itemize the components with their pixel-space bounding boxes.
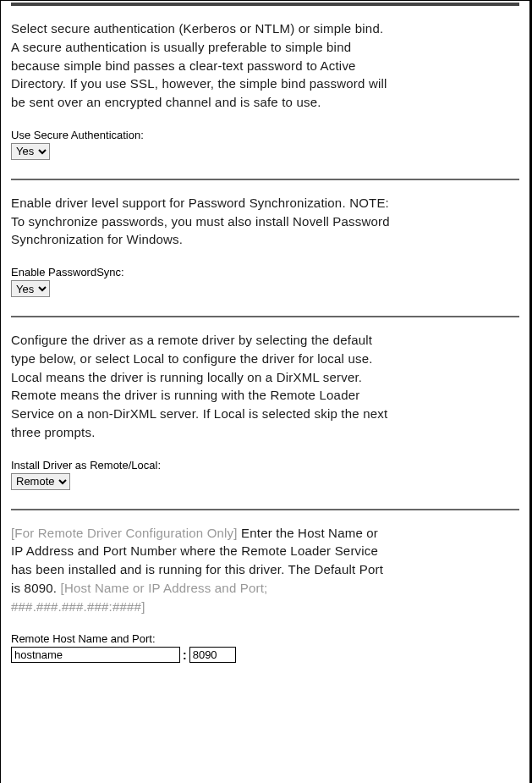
- secure-auth-select[interactable]: Yes: [12, 144, 49, 159]
- install-driver-description: Configure the driver as a remote driver …: [11, 331, 392, 442]
- host-port-separator: :: [180, 648, 189, 662]
- remote-host-note-suffix-label: [Host Name or IP Address and Port;: [61, 581, 268, 595]
- secure-auth-select-wrap: Yes: [11, 143, 50, 160]
- password-sync-description: Enable driver level support for Password…: [11, 194, 392, 249]
- section-secure-auth: Select secure authentication (Kerberos o…: [11, 6, 519, 160]
- remote-host-name-input[interactable]: [11, 647, 180, 663]
- password-sync-select[interactable]: Yes: [12, 281, 49, 296]
- section-password-sync: Enable driver level support for Password…: [11, 180, 519, 297]
- remote-host-label: Remote Host Name and Port:: [11, 632, 519, 645]
- remote-host-input-group: :: [11, 647, 519, 663]
- password-sync-label: Enable PasswordSync:: [11, 266, 519, 278]
- form-container: Select secure authentication (Kerberos o…: [0, 0, 532, 783]
- password-sync-select-wrap: Yes: [11, 280, 50, 297]
- install-driver-select[interactable]: Remote: [12, 474, 69, 489]
- install-driver-select-wrap: Remote: [11, 473, 70, 490]
- secure-auth-description: Select secure authentication (Kerberos o…: [11, 19, 392, 112]
- remote-host-note-suffix-close: ]: [141, 599, 145, 614]
- remote-host-description: [For Remote Driver Configuration Only] E…: [11, 524, 392, 616]
- section-remote-host: [For Remote Driver Configuration Only] E…: [11, 510, 519, 664]
- install-driver-label: Install Driver as Remote/Local:: [11, 459, 519, 471]
- remote-port-input[interactable]: [189, 647, 236, 663]
- remote-host-note-pattern: ###.###.###.###:####: [11, 599, 141, 614]
- remote-host-note-prefix: [For Remote Driver Configuration Only]: [11, 526, 241, 540]
- secure-auth-label: Use Secure Authentication:: [11, 129, 519, 141]
- section-install-driver: Configure the driver as a remote driver …: [11, 317, 519, 490]
